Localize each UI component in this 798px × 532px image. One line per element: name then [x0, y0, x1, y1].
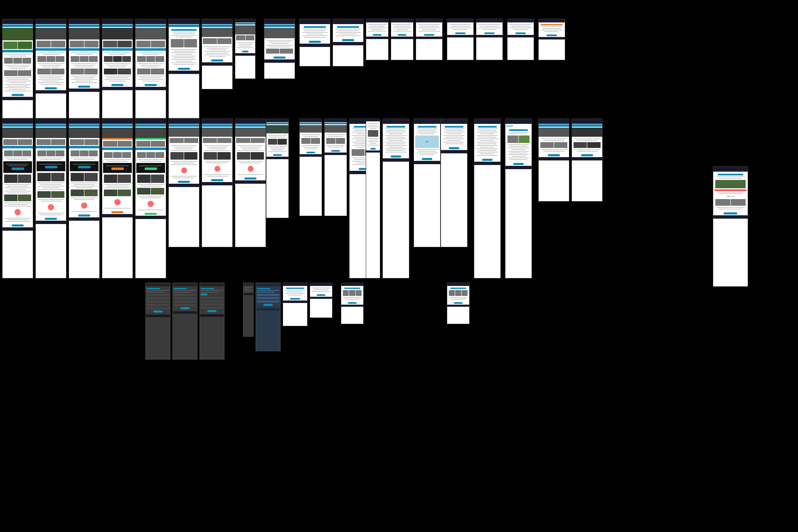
page-thumb-r2t-extra1[interactable] [441, 118, 468, 247]
page-thumb-r1t18[interactable] [538, 19, 565, 60]
page-thumb-r1t13[interactable] [391, 19, 414, 60]
page-thumb-r3t3[interactable] [200, 283, 224, 360]
page-thumb-r3t8[interactable] [341, 283, 364, 324]
page-thumb-see-us-area[interactable]: SEE US [713, 166, 748, 287]
page-thumb-r3t9[interactable] [447, 283, 470, 324]
page-thumb-r1t15[interactable] [447, 19, 474, 60]
page-thumb-r3t7[interactable] [310, 283, 332, 318]
page-thumb-r3t6[interactable] [283, 283, 308, 326]
page-thumb-r2t8[interactable] [235, 118, 266, 247]
page-thumb-r1t2[interactable] [35, 19, 66, 118]
main-canvas: 🗺 [0, 0, 798, 532]
page-thumb-r2t2[interactable] [35, 118, 66, 278]
page-thumb-r2t11[interactable] [324, 118, 347, 216]
page-thumb-r1t3[interactable] [69, 19, 100, 118]
page-thumb-r1t10[interactable] [299, 19, 330, 66]
page-thumb-r1t5[interactable] [135, 19, 166, 118]
page-thumb-r1t6[interactable] [168, 19, 200, 118]
page-thumb-r3t4[interactable] [243, 283, 254, 337]
page-thumb-r2t18[interactable] [571, 118, 603, 202]
page-thumb-r1t11[interactable] [332, 19, 364, 66]
page-thumb-r2t9[interactable] [266, 118, 289, 218]
page-thumb-r1t7[interactable] [202, 19, 233, 89]
page-thumb-r1t16[interactable] [476, 19, 503, 60]
page-thumb-row3-880[interactable] [366, 118, 380, 278]
page-thumb-r2t1[interactable] [2, 118, 33, 278]
page-thumb-r2t3[interactable] [69, 118, 100, 278]
page-thumb-r2t14[interactable]: 🗺 [414, 118, 441, 247]
page-thumb-r1t14[interactable] [416, 19, 443, 60]
page-thumb-r2t7[interactable] [202, 118, 233, 247]
page-thumb-r2t16[interactable]: Drupal [505, 118, 532, 278]
page-thumb-r2t5[interactable] [135, 118, 166, 278]
drupal-logo-icon: Drupal [506, 125, 513, 127]
page-thumb-r2t17[interactable] [538, 118, 569, 202]
page-thumb-r1t8[interactable] [235, 19, 256, 79]
page-thumb-r2t4[interactable] [102, 118, 133, 278]
page-thumb-r1t12[interactable] [366, 19, 389, 60]
page-thumb-r2t13[interactable] [382, 118, 409, 278]
page-thumb-r2t10[interactable] [299, 118, 322, 216]
page-thumb-r3t5[interactable] [256, 283, 281, 351]
page-thumb-r1t4[interactable] [102, 19, 133, 118]
page-thumb-r1t1[interactable] [2, 19, 33, 118]
page-thumb-r3t1[interactable] [145, 283, 170, 360]
page-thumb-r2t6[interactable] [168, 118, 200, 247]
page-thumb-r1t17[interactable] [507, 19, 534, 60]
page-thumb-r1t9[interactable] [264, 19, 295, 79]
page-thumb-r2t15[interactable] [474, 118, 501, 278]
page-thumb-r3t2[interactable] [172, 283, 197, 360]
